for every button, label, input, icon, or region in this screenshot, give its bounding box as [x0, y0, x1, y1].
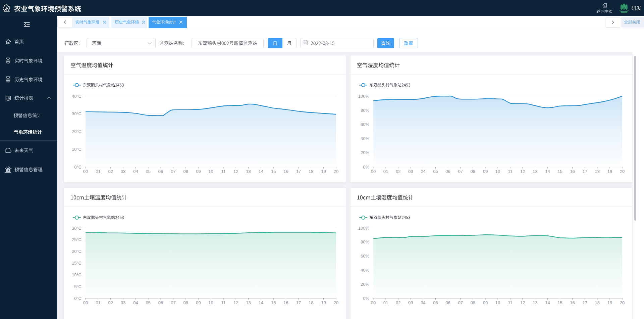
svg-text:20°C: 20°C [72, 129, 82, 134]
svg-text:14: 14 [259, 300, 263, 305]
svg-text:0%: 0% [363, 165, 369, 170]
svg-text:20: 20 [620, 169, 625, 174]
svg-text:80%: 80% [361, 108, 369, 113]
svg-text:17: 17 [582, 169, 587, 174]
svg-text:20: 20 [620, 300, 625, 305]
svg-text:10: 10 [495, 300, 500, 305]
svg-text:13: 13 [246, 300, 251, 305]
svg-text:20°C: 20°C [72, 249, 82, 254]
svg-text:16: 16 [570, 300, 575, 305]
svg-text:01: 01 [383, 300, 388, 305]
svg-text:11: 11 [221, 169, 226, 174]
svg-text:01: 01 [96, 169, 100, 174]
svg-text:10: 10 [495, 169, 500, 174]
svg-text:15: 15 [271, 169, 276, 174]
svg-text:08: 08 [471, 300, 475, 305]
svg-text:08: 08 [471, 169, 475, 174]
svg-text:02: 02 [396, 169, 400, 174]
svg-text:19: 19 [607, 169, 612, 174]
svg-text:07: 07 [458, 169, 463, 174]
svg-text:17: 17 [296, 300, 301, 305]
svg-text:16: 16 [570, 169, 575, 174]
svg-text:11: 11 [508, 300, 513, 305]
svg-text:20: 20 [334, 300, 338, 305]
svg-text:09: 09 [483, 300, 488, 305]
svg-text:06: 06 [158, 300, 163, 305]
svg-text:07: 07 [171, 300, 175, 305]
svg-text:03: 03 [121, 169, 125, 174]
svg-text:30°C: 30°C [72, 111, 82, 116]
svg-text:10°C: 10°C [72, 272, 82, 277]
svg-text:11: 11 [221, 300, 226, 305]
svg-text:00: 00 [371, 300, 376, 305]
svg-text:00: 00 [83, 300, 88, 305]
svg-text:12: 12 [233, 169, 238, 174]
svg-text:40%: 40% [361, 136, 369, 141]
svg-text:00: 00 [83, 169, 88, 174]
svg-text:03: 03 [121, 300, 125, 305]
svg-text:18: 18 [595, 169, 600, 174]
svg-text:04: 04 [421, 169, 425, 174]
svg-text:11: 11 [508, 169, 513, 174]
svg-text:03: 03 [408, 169, 413, 174]
svg-text:0%: 0% [363, 296, 369, 301]
svg-text:05: 05 [433, 169, 438, 174]
svg-text:01: 01 [96, 300, 100, 305]
svg-text:10°C: 10°C [72, 147, 82, 152]
svg-text:07: 07 [171, 169, 175, 174]
svg-text:18: 18 [595, 300, 600, 305]
svg-text:13: 13 [246, 169, 251, 174]
svg-text:09: 09 [196, 300, 201, 305]
svg-text:19: 19 [607, 300, 612, 305]
svg-text:60%: 60% [361, 254, 369, 259]
svg-text:12: 12 [520, 300, 525, 305]
svg-text:09: 09 [483, 169, 488, 174]
svg-text:12: 12 [520, 169, 525, 174]
svg-text:06: 06 [158, 169, 163, 174]
svg-text:10: 10 [208, 300, 213, 305]
svg-text:00: 00 [371, 169, 376, 174]
svg-text:20%: 20% [361, 282, 369, 287]
svg-text:18: 18 [309, 169, 313, 174]
svg-text:15: 15 [557, 300, 562, 305]
svg-text:07: 07 [458, 300, 463, 305]
svg-text:0°C: 0°C [74, 296, 82, 301]
svg-text:04: 04 [421, 300, 425, 305]
svg-text:08: 08 [183, 169, 188, 174]
svg-text:10: 10 [208, 169, 213, 174]
svg-text:20: 20 [334, 169, 338, 174]
svg-text:08: 08 [183, 300, 188, 305]
svg-text:09: 09 [196, 169, 201, 174]
svg-text:02: 02 [108, 169, 113, 174]
svg-text:100%: 100% [358, 94, 370, 99]
svg-text:17: 17 [582, 300, 587, 305]
svg-text:04: 04 [133, 169, 138, 174]
svg-text:15: 15 [271, 300, 276, 305]
svg-text:19: 19 [321, 300, 326, 305]
svg-text:60%: 60% [361, 122, 369, 127]
svg-text:13: 13 [533, 169, 537, 174]
svg-text:16: 16 [283, 300, 288, 305]
svg-text:18: 18 [309, 300, 313, 305]
svg-text:40°C: 40°C [72, 94, 82, 99]
svg-text:40%: 40% [361, 268, 369, 273]
svg-text:80%: 80% [361, 239, 369, 244]
svg-text:02: 02 [396, 300, 400, 305]
svg-text:19: 19 [321, 169, 326, 174]
svg-text:03: 03 [408, 300, 413, 305]
svg-text:100%: 100% [358, 226, 370, 231]
svg-text:13: 13 [533, 300, 537, 305]
svg-text:17: 17 [296, 169, 301, 174]
svg-text:14: 14 [545, 300, 550, 305]
svg-text:06: 06 [445, 169, 450, 174]
svg-text:04: 04 [133, 300, 138, 305]
svg-text:12: 12 [233, 300, 238, 305]
svg-text:05: 05 [433, 300, 438, 305]
svg-text:25°C: 25°C [72, 237, 82, 242]
svg-text:14: 14 [545, 169, 550, 174]
svg-text:02: 02 [108, 300, 113, 305]
svg-text:06: 06 [445, 300, 450, 305]
svg-text:30°C: 30°C [72, 226, 82, 231]
svg-text:15: 15 [557, 169, 562, 174]
svg-text:14: 14 [259, 169, 263, 174]
